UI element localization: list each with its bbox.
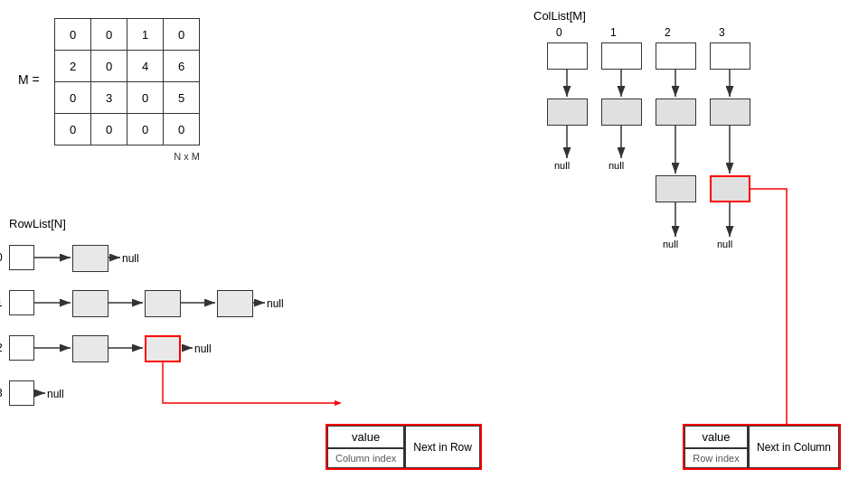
rowlist-label: RowList[N] <box>9 217 389 230</box>
collist-header-cell <box>656 42 696 70</box>
rowlist-node <box>72 290 108 317</box>
null-label: null <box>122 252 139 265</box>
matrix-cell: 0 <box>55 114 91 145</box>
collist-level1-node <box>547 99 588 126</box>
matrix-cell: 0 <box>91 114 127 145</box>
matrix-cell: 0 <box>127 114 164 145</box>
rowlist-index-label: 0 <box>0 251 3 264</box>
rowlist-index-cell <box>9 380 34 406</box>
matrix-cell: 4 <box>127 51 164 82</box>
matrix-table: 0010204603050000 <box>54 18 200 145</box>
rowlist-index-cell <box>9 245 34 270</box>
collist-section: ColList[M] 0123nullnullnullnull <box>533 9 841 306</box>
rowlist-node <box>72 245 108 272</box>
collist-level2-node <box>656 175 696 202</box>
collist-level2-node <box>710 175 750 202</box>
collist-index-label: 1 <box>610 26 617 39</box>
null-label: null <box>554 160 570 171</box>
matrix-section: M = 0010204603050000 N x M <box>18 18 200 148</box>
collist-label: ColList[M] <box>533 9 841 23</box>
collist-level1-node <box>656 99 696 126</box>
rowlist-arrows <box>9 236 389 426</box>
collist-header-cell <box>547 42 588 70</box>
rowlist-index-cell <box>9 290 34 315</box>
null-label: null <box>267 297 284 310</box>
null-label: null <box>609 160 624 171</box>
legend-col-next: Next in Column <box>749 426 839 468</box>
matrix-cell: 0 <box>55 82 91 114</box>
legend-row-box: value Column index Next in Row <box>326 424 482 470</box>
matrix-cell: 0 <box>164 19 200 51</box>
legend-col-box: value Row index Next in Column <box>683 424 841 470</box>
legend-row-value: value <box>327 426 404 448</box>
rowlist-section: RowList[N] 0123nullnullnullnull <box>9 217 389 426</box>
collist-header-cell <box>601 42 642 70</box>
matrix-cell: 3 <box>91 82 127 114</box>
matrix-cell: 0 <box>127 82 164 114</box>
null-label: null <box>717 239 732 249</box>
matrix-cell: 0 <box>164 114 200 145</box>
rowlist-index-label: 1 <box>0 296 3 309</box>
rowlist-index-label: 2 <box>0 342 3 354</box>
rowlist-index-cell <box>9 335 34 361</box>
rowlist-node <box>145 290 181 317</box>
matrix-cell: 0 <box>91 51 127 82</box>
collist-header-cell <box>710 42 750 70</box>
collist-index-label: 3 <box>719 26 725 39</box>
matrix-cell: 0 <box>91 19 127 51</box>
legend-col-sublabel: Row index <box>684 448 748 468</box>
legend-col-value: value <box>684 426 748 448</box>
matrix-cell: 1 <box>127 19 164 51</box>
null-label: null <box>47 388 64 400</box>
nm-label: N x M <box>174 151 200 162</box>
legend-row-next: Next in Row <box>405 426 480 468</box>
rowlist-node <box>217 290 253 317</box>
collist-index-label: 2 <box>665 26 671 39</box>
matrix-cell: 5 <box>164 82 200 114</box>
svg-marker-12 <box>335 400 342 406</box>
collist-level1-node <box>601 99 642 126</box>
rowlist-node <box>72 335 108 362</box>
collist-level1-node <box>710 99 750 126</box>
rowlist-node <box>145 335 181 362</box>
matrix-cell: 6 <box>164 51 200 82</box>
collist-index-label: 0 <box>556 26 562 39</box>
null-label: null <box>194 343 212 355</box>
matrix-cell: 2 <box>55 51 91 82</box>
legend-row-sublabel: Column index <box>327 448 404 468</box>
rowlist-index-label: 3 <box>0 387 3 399</box>
null-label: null <box>663 239 678 249</box>
matrix-cell: 0 <box>55 19 91 51</box>
